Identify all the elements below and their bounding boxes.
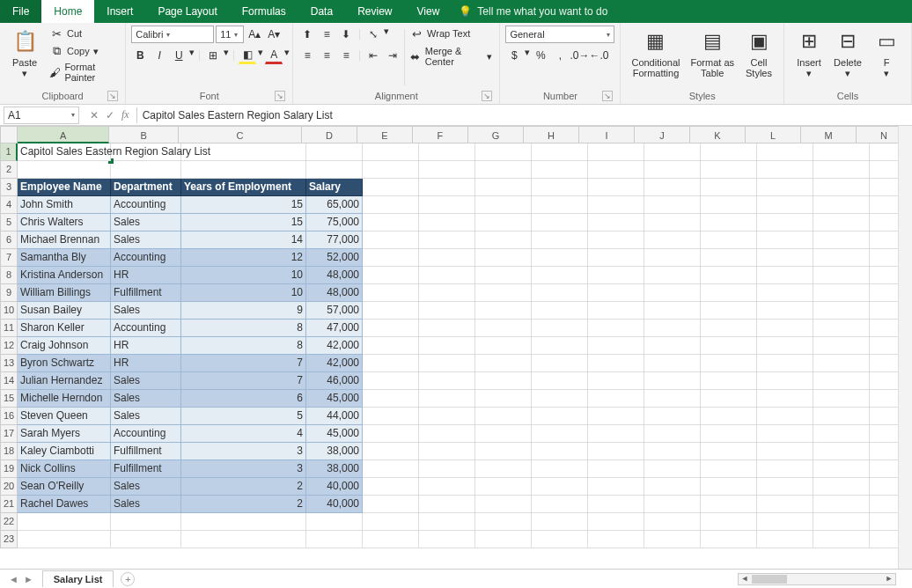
cell-G16[interactable] bbox=[475, 408, 532, 425]
column-header-I[interactable]: I bbox=[579, 126, 635, 143]
cell-H13[interactable] bbox=[532, 355, 588, 372]
row-header-5[interactable]: 5 bbox=[0, 214, 18, 232]
cell-L4[interactable] bbox=[757, 196, 813, 214]
accounting-button[interactable]: $ bbox=[505, 47, 523, 64]
align-right-button[interactable]: ≡ bbox=[337, 47, 355, 64]
cell-A20[interactable]: Sean O'Reilly bbox=[18, 478, 111, 496]
column-header-E[interactable]: E bbox=[357, 126, 413, 143]
cell-F11[interactable] bbox=[419, 320, 475, 337]
cell-G14[interactable] bbox=[475, 372, 532, 390]
cell-J1[interactable] bbox=[644, 143, 701, 161]
cell-C9[interactable]: 10 bbox=[181, 284, 306, 302]
cell-L11[interactable] bbox=[757, 320, 813, 337]
cell-H4[interactable] bbox=[532, 196, 588, 214]
cell-H17[interactable] bbox=[532, 425, 588, 443]
cell-M14[interactable] bbox=[813, 372, 870, 390]
row-header-17[interactable]: 17 bbox=[0, 425, 18, 443]
cell-A4[interactable]: John Smith bbox=[18, 196, 111, 214]
cell-J18[interactable] bbox=[644, 443, 701, 460]
cell-L6[interactable] bbox=[757, 232, 813, 249]
cell-J22[interactable] bbox=[644, 513, 701, 531]
cell-J20[interactable] bbox=[644, 478, 701, 496]
cell-C21[interactable]: 2 bbox=[181, 496, 306, 513]
cell-J14[interactable] bbox=[644, 372, 701, 390]
cell-A16[interactable]: Steven Queen bbox=[18, 408, 111, 425]
align-bottom-button[interactable]: ⬇ bbox=[337, 26, 355, 43]
cell-K20[interactable] bbox=[701, 478, 757, 496]
cell-D5[interactable]: 75,000 bbox=[306, 214, 363, 232]
cell-F10[interactable] bbox=[419, 302, 475, 320]
column-header-C[interactable]: C bbox=[179, 126, 302, 143]
cell-L1[interactable] bbox=[757, 143, 813, 161]
cell-K12[interactable] bbox=[701, 337, 757, 355]
cell-D15[interactable]: 45,000 bbox=[306, 390, 363, 408]
cell-M18[interactable] bbox=[813, 443, 870, 460]
cell-G7[interactable] bbox=[475, 249, 532, 267]
cell-G8[interactable] bbox=[475, 267, 532, 284]
cell-B15[interactable]: Sales bbox=[111, 390, 181, 408]
cell-H15[interactable] bbox=[532, 390, 588, 408]
cell-J12[interactable] bbox=[644, 337, 701, 355]
cell-I23[interactable] bbox=[588, 531, 644, 548]
row-header-21[interactable]: 21 bbox=[0, 496, 18, 513]
cell-L18[interactable] bbox=[757, 443, 813, 460]
sheet-nav-next[interactable]: ► bbox=[24, 574, 33, 584]
cell-L17[interactable] bbox=[757, 425, 813, 443]
font-name-select[interactable]: Calibri▾ bbox=[131, 26, 214, 43]
cell-G20[interactable] bbox=[475, 478, 532, 496]
row-header-8[interactable]: 8 bbox=[0, 267, 18, 284]
cell-D10[interactable]: 57,000 bbox=[306, 302, 363, 320]
cell-G23[interactable] bbox=[475, 531, 532, 548]
cell-G12[interactable] bbox=[475, 337, 532, 355]
row-header-11[interactable]: 11 bbox=[0, 320, 18, 337]
cell-C13[interactable]: 7 bbox=[181, 355, 306, 372]
comma-button[interactable]: , bbox=[551, 47, 569, 64]
cell-B8[interactable]: HR bbox=[111, 267, 181, 284]
cell-M20[interactable] bbox=[813, 478, 870, 496]
cell-I21[interactable] bbox=[588, 496, 644, 513]
cell-I2[interactable] bbox=[588, 161, 644, 179]
cell-I20[interactable] bbox=[588, 478, 644, 496]
cell-D7[interactable]: 52,000 bbox=[306, 249, 363, 267]
cell-A7[interactable]: Samantha Bly bbox=[18, 249, 111, 267]
cell-F3[interactable] bbox=[419, 179, 475, 196]
cell-G17[interactable] bbox=[475, 425, 532, 443]
column-header-K[interactable]: K bbox=[690, 126, 746, 143]
cell-H6[interactable] bbox=[532, 232, 588, 249]
cell-M9[interactable] bbox=[813, 284, 870, 302]
sheet-nav-prev[interactable]: ◄ bbox=[9, 574, 18, 584]
cell-K7[interactable] bbox=[701, 249, 757, 267]
cell-D6[interactable]: 77,000 bbox=[306, 232, 363, 249]
cell-E20[interactable] bbox=[363, 478, 419, 496]
cell-E1[interactable] bbox=[363, 143, 419, 161]
percent-button[interactable]: % bbox=[532, 47, 549, 64]
row-header-7[interactable]: 7 bbox=[0, 249, 18, 267]
cell-D20[interactable]: 40,000 bbox=[306, 478, 363, 496]
cell-K21[interactable] bbox=[701, 496, 757, 513]
cell-M1[interactable] bbox=[813, 143, 870, 161]
horizontal-scrollbar[interactable]: ◄► bbox=[738, 573, 896, 585]
cell-J10[interactable] bbox=[644, 302, 701, 320]
fill-color-button[interactable]: ◧ bbox=[239, 47, 256, 64]
cell-A3[interactable]: Employee Name bbox=[18, 179, 111, 196]
cell-A17[interactable]: Sarah Myers bbox=[18, 425, 111, 443]
align-center-button[interactable]: ≡ bbox=[318, 47, 335, 64]
italic-button[interactable]: I bbox=[151, 47, 168, 64]
cell-I22[interactable] bbox=[588, 513, 644, 531]
cell-I13[interactable] bbox=[588, 355, 644, 372]
row-header-4[interactable]: 4 bbox=[0, 196, 18, 214]
cell-G5[interactable] bbox=[475, 214, 532, 232]
cell-E22[interactable] bbox=[363, 513, 419, 531]
cell-B3[interactable]: Department bbox=[111, 179, 181, 196]
cell-I15[interactable] bbox=[588, 390, 644, 408]
cell-L5[interactable] bbox=[757, 214, 813, 232]
cell-I7[interactable] bbox=[588, 249, 644, 267]
column-header-A[interactable]: A bbox=[18, 126, 109, 143]
row-header-23[interactable]: 23 bbox=[0, 531, 18, 548]
cell-C22[interactable] bbox=[181, 513, 306, 531]
cell-C5[interactable]: 15 bbox=[181, 214, 306, 232]
row-header-2[interactable]: 2 bbox=[0, 161, 18, 179]
spreadsheet-grid[interactable]: ABCDEFGHIJKLMN 1Capitol Sales Eastern Re… bbox=[0, 126, 912, 566]
cell-A13[interactable]: Byron Schwartz bbox=[18, 355, 111, 372]
cell-A14[interactable]: Julian Hernandez bbox=[18, 372, 111, 390]
